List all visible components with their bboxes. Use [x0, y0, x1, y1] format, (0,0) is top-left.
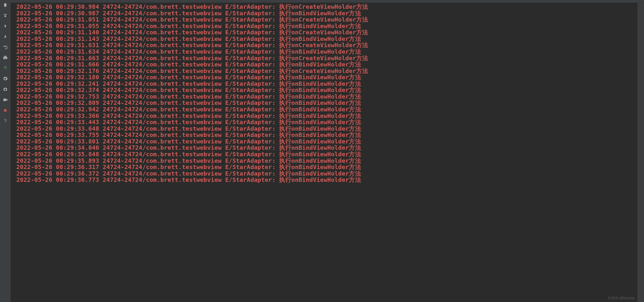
log-line[interactable]: 2022-05-26 00:29:31.055 24724-24724/com.…	[16, 23, 644, 30]
log-line[interactable]: 2022-05-26 00:29:32.809 24724-24724/com.…	[16, 100, 644, 106]
watermark-text: CSDN @hzulwy	[608, 296, 635, 300]
logcat-window: 2022-05-26 00:29:30.984 24724-24724/com.…	[0, 0, 644, 302]
log-line[interactable]: 2022-05-26 00:29:32.753 24724-24724/com.…	[16, 94, 644, 100]
log-line[interactable]: 2022-05-26 00:29:32.180 24724-24724/com.…	[16, 74, 644, 81]
log-line[interactable]: 2022-05-26 00:29:33.755 24724-24724/com.…	[16, 132, 644, 138]
log-line[interactable]: 2022-05-26 00:29:32.942 24724-24724/com.…	[16, 106, 644, 113]
log-line[interactable]: 2022-05-26 00:29:33.443 24724-24724/com.…	[16, 119, 644, 126]
screenshot-icon[interactable]	[2, 86, 8, 92]
log-line[interactable]: 2022-05-26 00:29:31.143 24724-24724/com.…	[16, 36, 644, 42]
log-line[interactable]: 2022-05-26 00:29:33.366 24724-24724/com.…	[16, 113, 644, 119]
log-line[interactable]: 2022-05-26 00:29:32.241 24724-24724/com.…	[16, 81, 644, 87]
log-line[interactable]: 2022-05-26 00:29:36.317 24724-24724/com.…	[16, 164, 644, 171]
log-line[interactable]: 2022-05-26 00:29:34.040 24724-24724/com.…	[16, 145, 644, 151]
log-line[interactable]: 2022-05-26 00:29:36.372 24724-24724/com.…	[16, 171, 644, 177]
logcat-output[interactable]: 2022-05-26 00:29:30.984 24724-24724/com.…	[11, 3, 644, 302]
log-line[interactable]: 2022-05-26 00:29:31.666 24724-24724/com.…	[16, 61, 644, 68]
log-line[interactable]: 2022-05-26 00:29:31.140 24724-24724/com.…	[16, 29, 644, 36]
logcat-main: 2022-05-26 00:29:30.984 24724-24724/com.…	[11, 0, 644, 302]
help-icon[interactable]	[2, 118, 8, 124]
log-line[interactable]: 2022-05-26 00:29:33.648 24724-24724/com.…	[16, 126, 644, 132]
trash-icon[interactable]	[2, 2, 8, 8]
restart-icon[interactable]	[2, 65, 8, 71]
log-line[interactable]: 2022-05-26 00:29:30.987 24724-24724/com.…	[16, 10, 644, 17]
arrow-up-icon[interactable]	[2, 23, 8, 29]
logcat-header-strip	[11, 0, 644, 3]
log-lines-container: 2022-05-26 00:29:30.984 24724-24724/com.…	[16, 4, 644, 183]
log-line[interactable]: 2022-05-26 00:29:31.051 24724-24724/com.…	[16, 17, 644, 23]
arrow-down-icon[interactable]	[2, 34, 8, 40]
scroll-end-icon[interactable]	[2, 13, 8, 19]
log-line[interactable]: 2022-05-26 00:29:31.663 24724-24724/com.…	[16, 55, 644, 62]
log-line[interactable]: 2022-05-26 00:29:30.984 24724-24724/com.…	[16, 4, 644, 10]
log-line[interactable]: 2022-05-26 00:29:35.848 24724-24724/com.…	[16, 151, 644, 158]
printer-icon[interactable]	[2, 55, 8, 61]
log-line[interactable]: 2022-05-26 00:29:35.893 24724-24724/com.…	[16, 158, 644, 164]
log-line[interactable]: 2022-05-26 00:29:32.176 24724-24724/com.…	[16, 68, 644, 74]
settings-icon[interactable]	[2, 76, 8, 82]
log-line[interactable]: 2022-05-26 00:29:36.773 24724-24724/com.…	[16, 177, 644, 183]
softwrap-icon[interactable]	[2, 44, 8, 50]
logcat-toolbar	[0, 0, 11, 302]
stop-icon[interactable]	[2, 107, 8, 113]
scrollbar-track[interactable]	[637, 3, 644, 302]
log-line[interactable]: 2022-05-26 00:29:31.634 24724-24724/com.…	[16, 49, 644, 55]
log-line[interactable]: 2022-05-26 00:29:32.374 24724-24724/com.…	[16, 87, 644, 94]
screen-record-icon[interactable]	[2, 97, 8, 103]
log-line[interactable]: 2022-05-26 00:29:33.801 24724-24724/com.…	[16, 138, 644, 145]
log-line[interactable]: 2022-05-26 00:29:31.631 24724-24724/com.…	[16, 42, 644, 49]
